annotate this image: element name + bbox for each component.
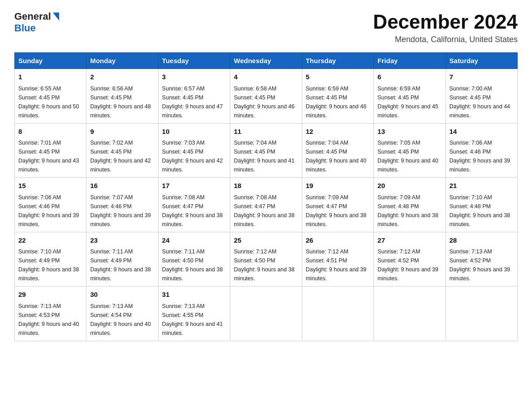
calendar-day-cell: 12 Sunrise: 7:04 AMSunset: 4:45 PMDaylig… [302, 123, 373, 178]
calendar-week-row: 15 Sunrise: 7:06 AMSunset: 4:46 PMDaylig… [15, 178, 518, 232]
day-number: 12 [306, 127, 370, 137]
day-info: Sunrise: 7:13 AMSunset: 4:52 PMDaylight:… [450, 247, 514, 283]
day-number: 8 [18, 127, 82, 137]
day-number: 31 [162, 290, 226, 300]
calendar-day-cell: 25 Sunrise: 7:12 AMSunset: 4:50 PMDaylig… [230, 232, 302, 287]
calendar-day-cell: 1 Sunrise: 6:55 AMSunset: 4:45 PMDayligh… [15, 69, 86, 124]
day-number: 7 [450, 72, 514, 82]
day-number: 25 [234, 235, 298, 246]
calendar-subtitle: Mendota, California, United States [373, 35, 518, 44]
day-info: Sunrise: 6:59 AMSunset: 4:45 PMDaylight:… [378, 84, 442, 120]
calendar-week-row: 22 Sunrise: 7:10 AMSunset: 4:49 PMDaylig… [15, 232, 518, 287]
day-number: 11 [234, 127, 298, 137]
calendar-day-cell: 16 Sunrise: 7:07 AMSunset: 4:46 PMDaylig… [86, 178, 158, 232]
calendar-day-header: Thursday [302, 53, 373, 69]
day-number: 26 [306, 235, 370, 246]
logo-general: General [14, 11, 51, 22]
calendar-title: December 2024 [373, 11, 518, 33]
calendar-day-cell: 5 Sunrise: 6:59 AMSunset: 4:45 PMDayligh… [302, 69, 373, 124]
day-info: Sunrise: 6:55 AMSunset: 4:45 PMDaylight:… [18, 84, 82, 120]
calendar-day-cell: 3 Sunrise: 6:57 AMSunset: 4:45 PMDayligh… [158, 69, 230, 124]
day-info: Sunrise: 7:06 AMSunset: 4:46 PMDaylight:… [450, 138, 514, 174]
calendar-day-cell [446, 287, 517, 341]
day-info: Sunrise: 7:04 AMSunset: 4:45 PMDaylight:… [306, 138, 370, 174]
day-number: 1 [18, 72, 82, 82]
logo-triangle-icon [53, 13, 59, 21]
calendar-week-row: 1 Sunrise: 6:55 AMSunset: 4:45 PMDayligh… [15, 69, 518, 124]
page-header: General Blue December 2024 Mendota, Cali… [14, 11, 518, 44]
day-info: Sunrise: 6:57 AMSunset: 4:45 PMDaylight:… [162, 84, 226, 120]
calendar-day-cell: 8 Sunrise: 7:01 AMSunset: 4:45 PMDayligh… [15, 123, 86, 178]
day-info: Sunrise: 7:10 AMSunset: 4:48 PMDaylight:… [450, 193, 514, 229]
day-number: 14 [450, 127, 514, 137]
day-number: 3 [162, 72, 226, 82]
calendar-day-cell: 23 Sunrise: 7:11 AMSunset: 4:49 PMDaylig… [86, 232, 158, 287]
day-info: Sunrise: 7:09 AMSunset: 4:47 PMDaylight:… [306, 193, 370, 229]
day-info: Sunrise: 7:13 AMSunset: 4:55 PMDaylight:… [162, 302, 226, 338]
calendar-day-cell: 15 Sunrise: 7:06 AMSunset: 4:46 PMDaylig… [15, 178, 86, 232]
calendar-day-cell [302, 287, 373, 341]
calendar-day-cell: 7 Sunrise: 7:00 AMSunset: 4:45 PMDayligh… [446, 69, 517, 124]
day-info: Sunrise: 7:00 AMSunset: 4:45 PMDaylight:… [450, 84, 514, 120]
day-info: Sunrise: 7:10 AMSunset: 4:49 PMDaylight:… [18, 247, 82, 283]
calendar-day-cell: 27 Sunrise: 7:12 AMSunset: 4:52 PMDaylig… [374, 232, 446, 287]
calendar-day-cell: 18 Sunrise: 7:08 AMSunset: 4:47 PMDaylig… [230, 178, 302, 232]
calendar-day-cell: 21 Sunrise: 7:10 AMSunset: 4:48 PMDaylig… [446, 178, 517, 232]
calendar-day-header: Monday [86, 53, 158, 69]
day-info: Sunrise: 7:04 AMSunset: 4:45 PMDaylight:… [234, 138, 298, 174]
calendar-day-cell: 13 Sunrise: 7:05 AMSunset: 4:45 PMDaylig… [374, 123, 446, 178]
calendar-day-header: Wednesday [230, 53, 302, 69]
day-info: Sunrise: 7:06 AMSunset: 4:46 PMDaylight:… [18, 193, 82, 229]
day-info: Sunrise: 7:05 AMSunset: 4:45 PMDaylight:… [378, 138, 442, 174]
day-number: 4 [234, 72, 298, 82]
day-number: 21 [450, 181, 514, 191]
calendar-day-cell: 11 Sunrise: 7:04 AMSunset: 4:45 PMDaylig… [230, 123, 302, 178]
day-info: Sunrise: 7:13 AMSunset: 4:53 PMDaylight:… [18, 302, 82, 338]
day-number: 17 [162, 181, 226, 191]
day-number: 23 [90, 235, 154, 246]
day-number: 24 [162, 235, 226, 246]
day-info: Sunrise: 7:11 AMSunset: 4:50 PMDaylight:… [162, 247, 226, 283]
calendar-day-cell: 10 Sunrise: 7:03 AMSunset: 4:45 PMDaylig… [158, 123, 230, 178]
day-info: Sunrise: 7:12 AMSunset: 4:50 PMDaylight:… [234, 247, 298, 283]
calendar-day-cell: 2 Sunrise: 6:56 AMSunset: 4:45 PMDayligh… [86, 69, 158, 124]
calendar-header-row: SundayMondayTuesdayWednesdayThursdayFrid… [15, 53, 518, 69]
day-info: Sunrise: 7:13 AMSunset: 4:54 PMDaylight:… [90, 302, 154, 338]
calendar-day-cell: 6 Sunrise: 6:59 AMSunset: 4:45 PMDayligh… [374, 69, 446, 124]
day-info: Sunrise: 7:08 AMSunset: 4:47 PMDaylight:… [234, 193, 298, 229]
day-info: Sunrise: 6:58 AMSunset: 4:45 PMDaylight:… [234, 84, 298, 120]
calendar-day-cell: 24 Sunrise: 7:11 AMSunset: 4:50 PMDaylig… [158, 232, 230, 287]
calendar-day-header: Friday [374, 53, 446, 69]
day-number: 18 [234, 181, 298, 191]
day-number: 30 [90, 290, 154, 300]
title-block: December 2024 Mendota, California, Unite… [373, 11, 518, 44]
calendar-day-cell: 22 Sunrise: 7:10 AMSunset: 4:49 PMDaylig… [15, 232, 86, 287]
day-info: Sunrise: 6:56 AMSunset: 4:45 PMDaylight:… [90, 84, 154, 120]
calendar-day-header: Tuesday [158, 53, 230, 69]
day-info: Sunrise: 7:12 AMSunset: 4:51 PMDaylight:… [306, 247, 370, 283]
logo-blue: Blue [14, 22, 36, 34]
day-number: 5 [306, 72, 370, 82]
day-number: 27 [378, 235, 442, 246]
day-number: 29 [18, 290, 82, 300]
calendar-day-cell: 19 Sunrise: 7:09 AMSunset: 4:47 PMDaylig… [302, 178, 373, 232]
calendar-day-cell: 14 Sunrise: 7:06 AMSunset: 4:46 PMDaylig… [446, 123, 517, 178]
calendar-day-header: Sunday [15, 53, 86, 69]
day-number: 16 [90, 181, 154, 191]
calendar-day-cell: 20 Sunrise: 7:09 AMSunset: 4:48 PMDaylig… [374, 178, 446, 232]
day-number: 28 [450, 235, 514, 246]
day-number: 13 [378, 127, 442, 137]
day-number: 19 [306, 181, 370, 191]
day-number: 22 [18, 235, 82, 246]
day-number: 9 [90, 127, 154, 137]
calendar-day-cell: 29 Sunrise: 7:13 AMSunset: 4:53 PMDaylig… [15, 287, 86, 341]
calendar-day-cell [374, 287, 446, 341]
day-number: 2 [90, 72, 154, 82]
calendar-day-cell: 4 Sunrise: 6:58 AMSunset: 4:45 PMDayligh… [230, 69, 302, 124]
day-info: Sunrise: 7:12 AMSunset: 4:52 PMDaylight:… [378, 247, 442, 283]
calendar-day-cell: 17 Sunrise: 7:08 AMSunset: 4:47 PMDaylig… [158, 178, 230, 232]
day-info: Sunrise: 7:07 AMSunset: 4:46 PMDaylight:… [90, 193, 154, 229]
calendar-week-row: 8 Sunrise: 7:01 AMSunset: 4:45 PMDayligh… [15, 123, 518, 178]
calendar-table: SundayMondayTuesdayWednesdayThursdayFrid… [14, 52, 518, 341]
day-info: Sunrise: 7:03 AMSunset: 4:45 PMDaylight:… [162, 138, 226, 174]
